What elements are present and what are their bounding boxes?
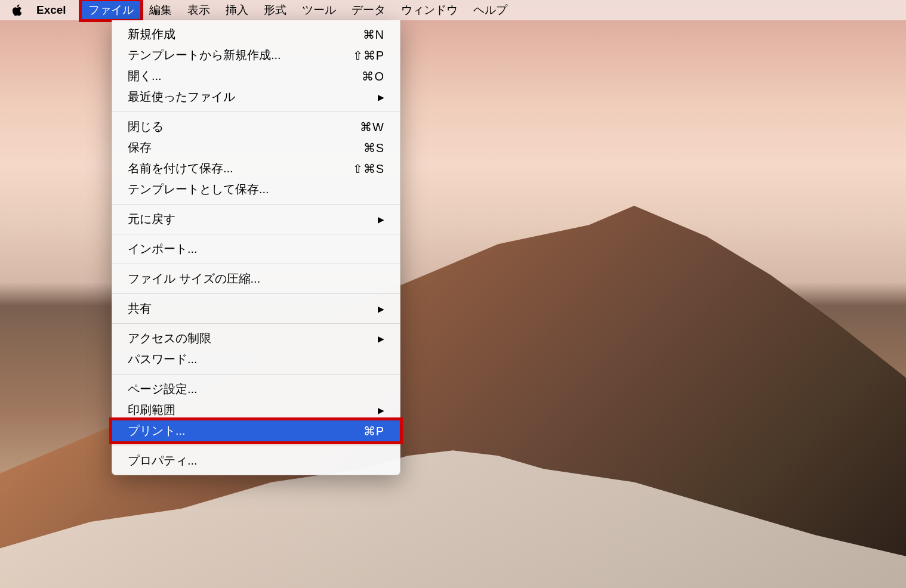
dropdown-item-label: プロパティ...	[128, 453, 384, 469]
dropdown-item[interactable]: 最近使ったファイル▶	[112, 86, 400, 107]
keyboard-shortcut: ⌘W	[360, 120, 384, 134]
keyboard-shortcut: ⌘N	[363, 27, 384, 42]
chevron-right-icon: ▶	[378, 406, 384, 415]
dropdown-item[interactable]: ページ設定...	[112, 379, 400, 400]
menu-item-6[interactable]: データ	[344, 0, 393, 20]
dropdown-item-label: アクセスの制限	[128, 330, 378, 346]
keyboard-shortcut: ⇧⌘P	[353, 48, 384, 63]
keyboard-shortcut: ⌘P	[363, 424, 384, 438]
dropdown-item[interactable]: 共有▶	[112, 298, 400, 319]
keyboard-shortcut: ⌘O	[362, 69, 384, 83]
dropdown-item-label: パスワード...	[128, 351, 384, 367]
dropdown-item-label: ファイル サイズの圧縮...	[128, 271, 384, 287]
keyboard-shortcut: ⌘S	[363, 141, 384, 155]
menubar-items: ファイル編集表示挿入形式ツールデータウィンドウヘルプ	[81, 0, 515, 20]
dropdown-item-label: 最近使ったファイル	[128, 89, 378, 105]
dropdown-item-label: 共有	[128, 301, 378, 317]
menu-item-8[interactable]: ヘルプ	[466, 0, 515, 20]
menu-separator	[112, 293, 400, 294]
menu-item-0[interactable]: ファイル	[81, 0, 141, 20]
dropdown-item[interactable]: アクセスの制限▶	[112, 328, 400, 349]
dropdown-item[interactable]: パスワード...	[112, 349, 400, 370]
dropdown-item-label: 名前を付けて保存...	[128, 160, 353, 177]
chevron-right-icon: ▶	[378, 92, 384, 102]
dropdown-item-label: ページ設定...	[128, 381, 384, 397]
file-menu-dropdown: 新規作成⌘Nテンプレートから新規作成...⇧⌘P開く...⌘O最近使ったファイル…	[112, 20, 400, 475]
dropdown-item[interactable]: 元に戻す▶	[112, 209, 400, 230]
dropdown-item-label: 印刷範囲	[128, 402, 378, 418]
menu-item-2[interactable]: 表示	[180, 0, 218, 20]
dropdown-item-label: 閉じる	[128, 119, 360, 135]
dropdown-item-label: 保存	[128, 140, 363, 156]
chevron-right-icon: ▶	[378, 304, 384, 314]
dropdown-item[interactable]: 保存⌘S	[112, 137, 400, 158]
macos-menubar: Excel ファイル編集表示挿入形式ツールデータウィンドウヘルプ	[0, 0, 906, 20]
menu-separator	[112, 445, 400, 446]
dropdown-item[interactable]: インポート...	[112, 239, 400, 259]
dropdown-item-label: 新規作成	[128, 26, 363, 42]
dropdown-item-label: 元に戻す	[128, 211, 378, 227]
dropdown-item-label: プリント...	[128, 423, 363, 439]
menu-item-3[interactable]: 挿入	[218, 0, 256, 20]
dropdown-item[interactable]: テンプレートから新規作成...⇧⌘P	[112, 45, 400, 66]
dropdown-item-label: インポート...	[128, 241, 384, 257]
chevron-right-icon: ▶	[378, 215, 384, 224]
menu-item-1[interactable]: 編集	[141, 0, 180, 20]
menu-item-7[interactable]: ウィンドウ	[393, 0, 466, 20]
dropdown-item[interactable]: 印刷範囲▶	[112, 400, 400, 420]
chevron-right-icon: ▶	[378, 334, 384, 343]
menu-item-5[interactable]: ツール	[294, 0, 344, 20]
dropdown-item[interactable]: ファイル サイズの圧縮...	[112, 268, 400, 289]
dropdown-item[interactable]: テンプレートとして保存...	[112, 179, 400, 200]
menu-separator	[112, 323, 400, 324]
dropdown-item[interactable]: 名前を付けて保存...⇧⌘S	[112, 158, 400, 179]
dropdown-item-label: テンプレートとして保存...	[128, 181, 384, 197]
app-name[interactable]: Excel	[36, 4, 66, 17]
dropdown-item[interactable]: 開く...⌘O	[112, 66, 400, 86]
dropdown-item[interactable]: 新規作成⌘N	[112, 24, 400, 45]
dropdown-item-label: 開く...	[128, 68, 362, 84]
apple-logo-icon[interactable]	[11, 4, 22, 17]
menu-separator	[112, 264, 400, 264]
dropdown-item[interactable]: 閉じる⌘W	[112, 116, 400, 137]
menu-separator	[112, 204, 400, 205]
menu-separator	[112, 374, 400, 375]
dropdown-item[interactable]: プロパティ...	[112, 450, 400, 471]
menu-separator	[112, 234, 400, 234]
dropdown-item-label: テンプレートから新規作成...	[128, 47, 353, 63]
keyboard-shortcut: ⇧⌘S	[353, 162, 384, 176]
menu-separator	[112, 112, 400, 112]
menu-item-4[interactable]: 形式	[256, 0, 294, 20]
dropdown-item[interactable]: プリント...⌘P	[112, 420, 400, 441]
